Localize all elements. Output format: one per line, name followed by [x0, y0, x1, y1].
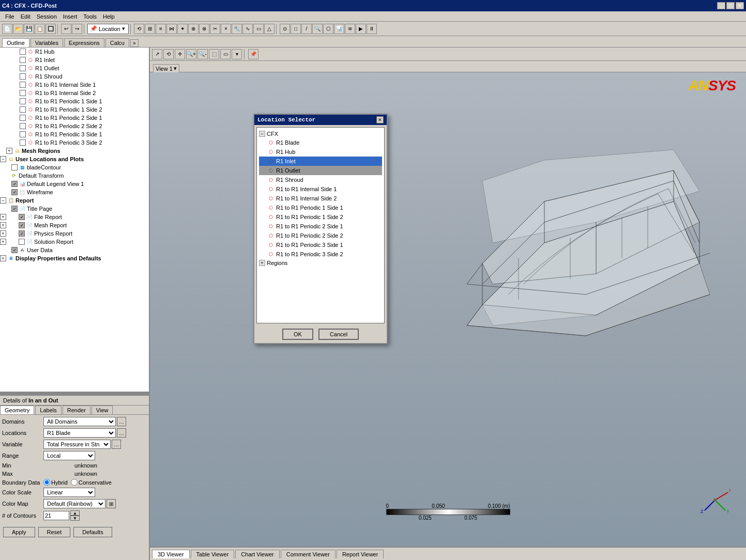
tree-item-r1per3s2[interactable]: ⬡ R1 to R1 Periodic 3 Side 2	[0, 138, 149, 147]
tab-expressions[interactable]: Expressions	[64, 38, 104, 47]
dialog-item-r1inlet[interactable]: ⬡ R1 Inlet	[259, 157, 382, 166]
range-select[interactable]: Local	[43, 451, 95, 460]
tb12[interactable]: ▭	[253, 24, 264, 34]
numcontours-down[interactable]: ▼	[70, 516, 80, 521]
reset-button[interactable]: Reset	[38, 527, 71, 537]
vt-zoombox[interactable]: ⬚	[209, 49, 219, 59]
dialog-item-int1[interactable]: ⬡ R1 to R1 Internal Side 1	[259, 184, 382, 194]
locations-browse-btn[interactable]: …	[117, 428, 126, 438]
tree-item-r1internal1[interactable]: ⬡ R1 to R1 Internal Side 1	[0, 81, 149, 89]
check-mesh2[interactable]: ✓	[19, 222, 25, 228]
tb4[interactable]: ⋈	[166, 24, 177, 34]
dialog-cancel-btn[interactable]: Cancel	[318, 329, 359, 340]
toolbar-undo[interactable]: ↩	[61, 24, 71, 34]
tb16[interactable]: /	[301, 24, 312, 34]
bottom-tab-commentviewer[interactable]: Comment Viewer	[281, 550, 336, 558]
tb6[interactable]: ⊕	[188, 24, 199, 34]
vt-select[interactable]: ↗	[152, 49, 162, 59]
tree-item-filereport[interactable]: + ✓ 📄 File Report	[0, 213, 149, 221]
outline-tree[interactable]: ⬡ R1 Hub ⬡ R1 Inlet ⬡ R1 Outlet ⬡ R1 Shr…	[0, 48, 149, 393]
check-r1per3s2[interactable]	[20, 139, 26, 146]
locations-select[interactable]: R1 Blade	[43, 428, 116, 438]
maximize-btn[interactable]: □	[726, 2, 735, 9]
numcontours-input[interactable]	[43, 511, 69, 520]
expand-report[interactable]: −	[0, 197, 6, 204]
colormap-edit-btn[interactable]: ⊞	[106, 499, 116, 508]
expand-mesh2[interactable]: +	[0, 222, 6, 228]
tree-item-r1per3s1[interactable]: ⬡ R1 to R1 Periodic 3 Side 1	[0, 130, 149, 138]
vt-zoomout[interactable]: 🔍-	[197, 49, 208, 59]
tb10[interactable]: 🔧	[232, 24, 242, 34]
radio-conservative-input[interactable]	[71, 479, 78, 486]
vt-dropdown[interactable]: ▾	[232, 49, 242, 59]
detail-tab-labels[interactable]: Labels	[35, 406, 61, 414]
tb21[interactable]: ▶	[356, 24, 366, 34]
title-buttons[interactable]: _ □ ✕	[717, 2, 744, 9]
tb11[interactable]: ∿	[242, 24, 253, 34]
tb15[interactable]: □	[291, 24, 301, 34]
location-selector-dialog[interactable]: Location Selector ✕ − CFX ⬡	[253, 114, 388, 344]
tree-item-userlocations[interactable]: − 🗂 User Locations and Plots	[0, 155, 149, 163]
check-r1per1s2[interactable]	[20, 106, 26, 113]
bottom-tab-chartviewer[interactable]: Chart Viewer	[235, 550, 279, 558]
check-title[interactable]: ✓	[11, 206, 18, 212]
check-r1outlet[interactable]	[20, 65, 26, 71]
tree-item-titlepage[interactable]: ✓ 📄 Title Page	[0, 205, 149, 213]
minimize-btn[interactable]: _	[717, 2, 725, 9]
tree-item-display[interactable]: + 🖥 Display Properties and Defaults	[0, 254, 149, 262]
bottom-tab-reportviewer[interactable]: Report Viewer	[337, 550, 384, 558]
tree-item-solutionreport[interactable]: + 📄 Solution Report	[0, 238, 149, 246]
tree-item-physicsreport[interactable]: + ✓ 📄 Physics Report	[0, 229, 149, 238]
expand-physics[interactable]: +	[0, 230, 6, 237]
radio-hybrid[interactable]: Hybrid	[43, 479, 68, 486]
vt-fitall[interactable]: ▭	[220, 49, 231, 59]
expand-file[interactable]: +	[0, 214, 6, 220]
apply-button[interactable]: Apply	[3, 527, 35, 537]
check-r1per2s2[interactable]	[20, 123, 26, 129]
detail-tab-view[interactable]: View	[92, 406, 113, 414]
check-r1per2s1[interactable]	[20, 115, 26, 121]
dialog-item-regions[interactable]: + Regions	[259, 259, 382, 267]
check-r1hub[interactable]	[20, 49, 26, 55]
colormap-select[interactable]: Default (Rainbow)	[43, 499, 105, 508]
dialog-item-per3s1[interactable]: ⬡ R1 to R1 Periodic 3 Side 1	[259, 240, 382, 250]
toolbar-btn-3[interactable]: 💾	[24, 24, 34, 34]
tree-item-bladecontour[interactable]: ▦ bladeContour	[0, 163, 149, 172]
expand-display[interactable]: +	[0, 255, 6, 261]
dialog-root-cfx[interactable]: − CFX	[259, 130, 382, 138]
toolbar-btn-2[interactable]: 📂	[13, 24, 23, 34]
check-wireframe[interactable]: ✓	[11, 189, 18, 195]
menu-tools[interactable]: Tools	[80, 13, 100, 20]
check-blade[interactable]	[11, 164, 18, 170]
bottom-tab-3dviewer[interactable]: 3D Viewer	[152, 550, 190, 558]
tb8[interactable]: ✂	[210, 24, 220, 34]
menu-file[interactable]: File	[2, 13, 18, 20]
tb3[interactable]: ≡	[156, 24, 166, 34]
check-r1per1s1[interactable]	[20, 98, 26, 104]
expand-user[interactable]: −	[0, 156, 6, 162]
tb5[interactable]: ✦	[177, 24, 188, 34]
expand-solution[interactable]: +	[0, 239, 6, 245]
radio-hybrid-input[interactable]	[43, 479, 50, 486]
tree-item-r1hub[interactable]: ⬡ R1 Hub	[0, 48, 149, 56]
check-legend[interactable]: ✓	[11, 181, 18, 187]
bottom-tab-tableviewer[interactable]: Table Viewer	[191, 550, 235, 558]
tree-item-r1per1s1[interactable]: ⬡ R1 to R1 Periodic 1 Side 1	[0, 97, 149, 105]
tree-item-wireframe[interactable]: ✓ ⬚ Wireframe	[0, 188, 149, 196]
radio-conservative[interactable]: Conservative	[71, 479, 112, 486]
dialog-item-per1s2[interactable]: ⬡ R1 to R1 Periodic 1 Side 2	[259, 212, 382, 222]
detail-tab-geometry[interactable]: Geometry	[0, 406, 34, 414]
tab-outline[interactable]: Outline	[2, 38, 29, 47]
defaults-button[interactable]: Defaults	[73, 527, 112, 537]
vt-rotate[interactable]: ⟲	[163, 49, 174, 59]
tb20[interactable]: ≋	[345, 24, 355, 34]
dialog-item-per2s2[interactable]: ⬡ R1 to R1 Periodic 2 Side 2	[259, 231, 382, 240]
dialog-item-per1s1[interactable]: ⬡ R1 to R1 Periodic 1 Side 1	[259, 203, 382, 212]
dialog-close-btn[interactable]: ✕	[376, 116, 384, 123]
domains-browse-btn[interactable]: …	[117, 417, 126, 426]
view-dropdown-arrow[interactable]: ▾	[174, 65, 177, 72]
menu-insert[interactable]: Insert	[60, 13, 81, 20]
tree-item-meshregions[interactable]: + 🗂 Mesh Regions	[0, 147, 149, 155]
tb7[interactable]: ⊗	[199, 24, 209, 34]
check-solution[interactable]	[19, 239, 25, 245]
